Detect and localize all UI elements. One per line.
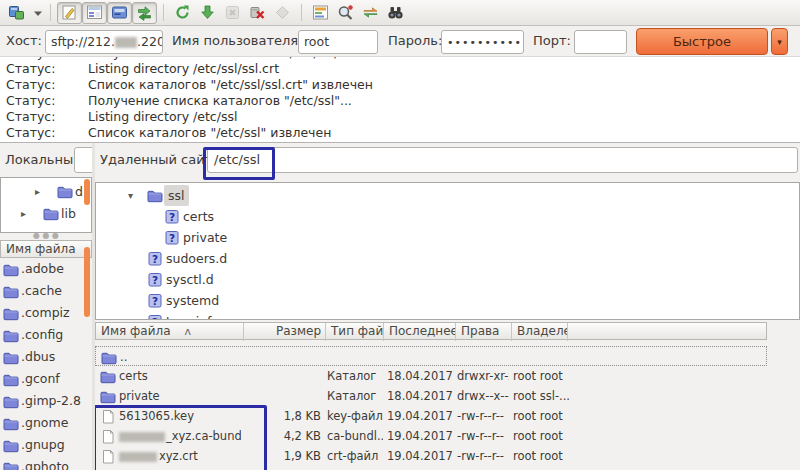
log-entry: Статус:Список каталогов "/etc/ssl/ssl.cr… — [0, 77, 800, 93]
local-file-row[interactable]: .gimp-2.8 — [0, 390, 92, 412]
expand-arrow-icon[interactable]: ▸ — [21, 203, 26, 224]
main-toolbar — [0, 0, 800, 26]
file-owner-cell: root root — [513, 406, 573, 426]
local-file-row[interactable]: .dbus — [0, 346, 92, 368]
site-manager-dropdown-button[interactable] — [29, 2, 44, 24]
local-list-scrollbar[interactable] — [84, 247, 90, 317]
column-header-size[interactable]: Размер — [244, 323, 326, 341]
file-owner-cell: root root — [513, 366, 573, 386]
password-input[interactable]: •••••••••••• — [441, 30, 524, 54]
log-entry: Статус:Получение списка каталогов "/etc/… — [0, 93, 800, 109]
file-name: private — [119, 386, 160, 406]
file-name: certs — [119, 366, 148, 386]
column-header-type[interactable]: Тип файла — [326, 323, 384, 341]
filter-icon — [312, 4, 329, 21]
remote-file-row[interactable]: certsКаталог18.04.2017 ...drwxr-xr-xroot… — [95, 366, 767, 386]
remote-tree-row-terminfo[interactable]: ?terminfo — [96, 311, 799, 320]
username-input[interactable]: root — [298, 30, 378, 54]
expand-arrow-icon[interactable]: ▸ — [35, 181, 40, 202]
disconnect-button[interactable] — [245, 2, 270, 24]
file-type-cell: crt-файл — [327, 446, 383, 466]
log-entry-type: Статус: — [0, 61, 88, 77]
file-owner-cell — [514, 347, 574, 367]
find-files-icon — [387, 4, 404, 21]
local-tree-scrollbar[interactable] — [84, 179, 90, 205]
file-modified-cell: 19.04.2017 ... — [387, 426, 453, 446]
local-file-row[interactable]: .adobe — [0, 258, 92, 280]
toggle-remote-tree-icon — [111, 4, 128, 21]
toggle-remote-tree-button[interactable] — [107, 2, 132, 24]
column-header-permissions[interactable]: Права — [456, 323, 512, 341]
column-header-name[interactable]: Имя файлаʌ — [96, 323, 244, 341]
local-splitter-handle[interactable]: ● ● ● — [0, 233, 92, 240]
column-header-owner[interactable]: Владелец/Группа — [512, 323, 568, 341]
site-manager-button[interactable] — [4, 2, 29, 24]
file-perms-cell: -rw-r--r-- — [457, 406, 509, 426]
remote-tree-row-systemd[interactable]: ?systemd — [96, 290, 799, 311]
collapse-arrow-icon[interactable]: ▾ — [128, 185, 133, 206]
remote-tree-row-certs[interactable]: ?certs — [96, 206, 799, 227]
process-queue-button[interactable] — [195, 2, 220, 24]
local-file-name: .cache — [21, 280, 62, 302]
toggle-transfer-queue-button[interactable] — [132, 2, 157, 24]
host-censored-part — [115, 37, 137, 48]
remote-tree-row-private[interactable]: ?private — [96, 227, 799, 248]
file-type-cell — [328, 347, 384, 367]
local-list-header-name[interactable]: Имя файла — [0, 240, 92, 258]
sort-ascending-icon: ʌ — [185, 325, 192, 338]
toggle-message-log-button[interactable] — [57, 2, 82, 24]
log-entry-message: Listing directory /etc/ssl — [88, 109, 237, 125]
annotation-box-remote-path — [203, 147, 275, 180]
log-entry-message: Список каталогов "/etc/ssl" извлечен — [88, 125, 331, 141]
file-perms-cell: drwxr-xr-x — [457, 366, 509, 386]
svg-text:?: ? — [152, 295, 158, 307]
host-input[interactable]: sftp://212..220.3 — [45, 30, 163, 54]
local-file-row[interactable]: .gnupg — [0, 434, 92, 456]
file-type-cell: key-файл — [327, 406, 383, 426]
toggle-message-log-icon — [61, 4, 78, 21]
directory-comparison-button[interactable] — [333, 2, 358, 24]
local-file-name: .gnupg — [21, 434, 65, 456]
local-file-name: .gnome — [21, 412, 68, 434]
host-label: Хост: — [6, 26, 42, 56]
remote-tree-row-sysctl.d[interactable]: ?sysctl.d — [96, 269, 799, 290]
local-site-combo[interactable] — [74, 147, 92, 173]
file-modified-cell — [388, 347, 454, 367]
local-file-row[interactable]: .cache — [0, 280, 92, 302]
log-entry: Статус:Listing directory /etc/ssl — [0, 109, 800, 125]
column-header-owner-label: Владелец/Группа — [517, 324, 568, 338]
toggle-local-tree-button[interactable] — [82, 2, 107, 24]
filter-button[interactable] — [308, 2, 333, 24]
toolbar-separator — [50, 4, 51, 21]
local-file-row[interactable]: .gconf — [0, 368, 92, 390]
file-owner-cell: root ssl-... — [513, 386, 573, 406]
file-name: .. — [120, 347, 127, 367]
local-tree-row-lib[interactable]: ▸lib — [1, 203, 91, 224]
folder-icon — [57, 184, 73, 205]
remote-path-combo[interactable]: /etc/ssl — [207, 147, 798, 173]
local-tree-row-d[interactable]: ▸d — [1, 181, 91, 202]
refresh-button[interactable] — [170, 2, 195, 24]
column-header-modified[interactable]: Последнее изменение — [384, 323, 456, 341]
remote-tree-row-ssl[interactable]: ▾ssl — [96, 185, 799, 206]
file-perms-cell: -rw-r--r-- — [457, 426, 509, 446]
file-perms-cell: -rw-r--r-- — [457, 446, 509, 466]
remote-tree-row-sudoers.d[interactable]: ?sudoers.d — [96, 248, 799, 269]
tree-item-label: systemd — [166, 290, 219, 311]
remote-site-caption: Удаленный сайт: — [95, 143, 217, 177]
disconnect-icon — [249, 4, 266, 21]
remote-file-row[interactable]: privateКаталог18.04.2017 ...drwx--x---ro… — [95, 386, 767, 406]
quickconnect-dropdown-button[interactable]: ▾ — [771, 28, 788, 55]
local-file-row[interactable]: .gphoto — [0, 456, 92, 470]
remote-file-row[interactable]: .. — [95, 346, 767, 366]
local-file-name: .dbus — [21, 346, 55, 368]
local-file-row[interactable]: .gnome — [0, 412, 92, 434]
toggle-transfer-queue-icon — [136, 4, 153, 21]
quickconnect-button[interactable]: Быстрое соединение — [636, 28, 768, 55]
local-file-row[interactable]: .compiz — [0, 302, 92, 324]
reconnect-icon — [274, 4, 291, 21]
find-files-button[interactable] — [383, 2, 408, 24]
synchronized-browsing-button[interactable] — [358, 2, 383, 24]
local-file-row[interactable]: .config — [0, 324, 92, 346]
port-input[interactable] — [574, 30, 627, 54]
